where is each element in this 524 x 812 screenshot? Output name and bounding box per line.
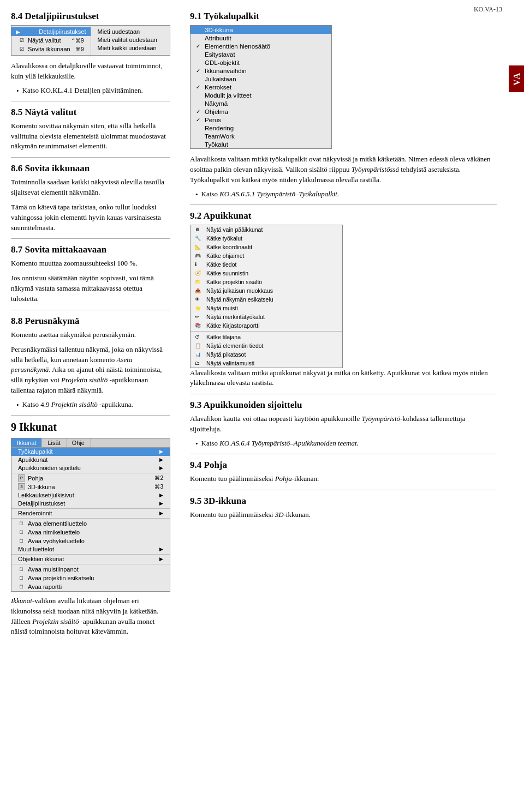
ohjaimet-label: Kätke ohjaimet [206,252,244,259]
apui-item-paaikkuna[interactable]: 🖥 Näytä vain pääikkunat [190,225,342,234]
label-työkalut: Työkalut [205,141,228,148]
wmenu-avaa-muisti[interactable]: 🗒 Avaa muistiinpanot [11,565,170,574]
wmenu-avaa-raportti[interactable]: 🗒 Avaa raportti [11,582,170,591]
esikatselu-icon: 👁 [195,296,204,303]
wmenu-renderoinnit[interactable]: Renderoinnit ▶ [11,509,170,518]
heading-8-5: 8.5 Näytä valitut [11,107,170,118]
wmenu-avaa-vyoh[interactable]: 🗒 Avaa vyöhykeluettelo [11,537,170,545]
elementin-tiedot-icon: 📋 [195,342,204,349]
tab-ohje[interactable]: Ohje [67,438,91,447]
apui-item-valintamuisti[interactable]: 🗂 Näytä valintamuisti [190,359,342,368]
apui-item-esikatselu[interactable]: 👁 Näytä näkymän esikatselu [190,295,342,304]
section-tab: VA [509,65,524,92]
tab-lisat[interactable]: Lisät [42,438,66,447]
pikatasot-icon: 📊 [195,351,204,358]
text-8-8-body2: Perusnäkymäksi tallentuu näkymä, joka on… [11,345,170,396]
palette-item-3d[interactable]: 3D-ikkuna [190,26,331,34]
julkaisu-label: Näytä julkaisun muokkaus [206,287,273,294]
text-8-6-body2: Tämä on kätevä tapa tarkistaa, onko tull… [11,202,170,233]
heading-9: 9 Ikkunat [11,421,170,434]
wmenu-pohja[interactable]: P Pohja ⌘2 [11,474,170,483]
heading-8-8: 8.8 Perusnäkymä [11,316,170,327]
apui-item-julkaisu[interactable]: 📤 Näytä julkaisun muokkaus [190,286,342,295]
menu-item-mieti[interactable]: Mieti uudestaan [91,27,170,35]
palette-item-kerrokset[interactable]: ✓ Kerrokset [190,83,331,91]
mieti-valitut-label: Mieti valitut uudestaan [98,37,157,43]
label-3d: 3D-ikkuna [205,27,233,33]
palette-item-nakymä[interactable]: Näkymä [190,99,331,107]
apui-item-kordinaatit[interactable]: 📐 Kätke koordinaatit [190,243,342,251]
divider-r3 [190,454,497,454]
menu-item-mieti-valitut[interactable]: Mieti valitut uudestaan [91,35,170,44]
menu-item-sovita[interactable]: ☑ Sovita ikkunaan ⌘9 [11,45,91,53]
apui-item-merkinta[interactable]: ✏ Näytä merkintätyökalut [190,312,342,321]
apui-item-elementin-tiedot[interactable]: 📋 Näytä elementin tiedot [190,341,342,350]
apui-item-suunnistin[interactable]: 🧭 Kätke suunnistin [190,269,342,278]
palette-item-ohjelma[interactable]: ✓ Ohjelma [190,107,331,116]
bullet-text-9-1: Katso KO.AS.6.5.1 Työympäristö–Työkalupa… [201,190,340,199]
wmenu-obj-ikkuna[interactable]: Objektien ikkunat ▶ [11,555,170,563]
apui-item-ohjaimet[interactable]: 🎮 Kätke ohjaimet [190,251,342,260]
menu-item-mieti-kaikki[interactable]: Mieti kaikki uudestaan [91,44,170,52]
palette-item-modulit[interactable]: Modulit ja viitteet [190,91,331,99]
wmenu-tyokalupalkit[interactable]: Työkalupalkit ▶ [11,448,170,456]
label-perus: Perus [205,117,221,123]
mieti-label: Mieti uudestaan [98,28,140,35]
text-8-8-body1: Komento asettaa näkymäksi perusnäkymän. [11,330,170,340]
palette-item-teamwork[interactable]: TeamWork [190,132,331,140]
divider-5 [11,415,170,416]
tab-ikkunat[interactable]: Ikkunat [11,438,42,447]
label-esitystavat: Esitystavat [205,51,235,58]
apui-item-pikatasot[interactable]: 📊 Näytä pikatasot [190,350,342,359]
palette-item-julkaistaan[interactable]: Julkaistaan [190,75,331,83]
avaa-vyoh-icon: 🗒 [18,537,25,544]
wmenu-leikkaukset[interactable]: Leikkaukset/julkisivut ▶ [11,491,170,500]
merkinta-icon: ✏ [195,314,204,320]
heading-8-6: 8.6 Sovita ikkunaan [11,163,170,174]
palette-item-hienosäätö[interactable]: ✓ Elementtien hienosäätö [190,42,331,50]
wmenu-apuikkunoiden-sijoittelu[interactable]: Apuikkunoiden sijoittelu ▶ [11,464,170,472]
apui-item-muisti[interactable]: ⭐ Näytä muisti [190,304,342,312]
wmenu-apuikkunat[interactable]: Apuikkunat ▶ [11,456,170,464]
apui-item-katke-tyokalut[interactable]: 🔧 Kätke työkalut [190,234,342,243]
pohja-shortcut: ⌘2 [154,475,163,481]
apuikkunoiden-sijoittelu-label: Apuikkunoiden sijoittelu [18,465,81,471]
bullet-dot-9-1: • [195,190,198,199]
wmenu-3d[interactable]: 3 3D-ikkuna ⌘3 [11,483,170,491]
elementin-tiedot-label: Näytä elementin tiedot [206,342,263,349]
avaa-proj-icon: 🗒 [18,574,25,581]
apui-item-tilajana[interactable]: ⏱ Kätke tilajana [190,333,342,341]
koordinaatit-label: Kätke koordinaatit [206,244,252,250]
label-ikkunanvaihdin: Ikkunanvaihdin [205,68,247,74]
palette-item-työkalut[interactable]: Työkalut [190,140,331,148]
wmenu-avaa-nimi[interactable]: 🗒 Avaa nimikeluettelo [11,528,170,537]
palette-item-attribuutit[interactable]: Attribuutit [190,34,331,42]
menu-item-nayta[interactable]: ☑ Näytä valitut ⌃⌘9 [11,36,91,45]
palette-item-rendering[interactable]: Rendering [190,124,331,132]
label-rendering: Rendering [205,125,234,131]
check-ohjelma: ✓ [196,109,203,115]
menu-screenshot-8-4: ▶ Detaljipiirustukset ☑ Näytä valitut ⌃⌘… [11,25,170,56]
palette-item-perus[interactable]: ✓ Perus [190,116,331,124]
avaa-proj-label: Avaa projektin esikatselu [28,575,94,581]
obj-ikkuna-arrow: ▶ [159,556,163,562]
apui-item-kirjasto[interactable]: 📚 Kätke Kirjastoraportti [190,321,342,330]
apui-item-projekti-sisalto[interactable]: 📁 Kätke projektin sisältö [190,278,342,286]
palette-item-gdl[interactable]: GDL-objektit [190,58,331,67]
text-8-7-body1: Komento muuttaa zoomaussuhteeksi 100 %. [11,258,170,269]
avaa-elem-icon: 🗒 [18,520,25,527]
wmenu-avaa-proj[interactable]: 🗒 Avaa projektin esikatselu [11,574,170,582]
pohja-label: Pohja [28,475,43,482]
tilajana-icon: ⏱ [195,334,204,340]
apui-item-tiedot[interactable]: ℹ Kätke tiedot [190,260,342,269]
divider-1 [11,101,170,101]
tyokalupalkit-label: Työkalupalkit [18,448,53,455]
wmenu-muut[interactable]: Muut luettelot ▶ [11,545,170,554]
wmenu-detalji[interactable]: Detaljipiirustukset ▶ [11,500,170,508]
palette-item-ikkunanvaihdin[interactable]: ✓ Ikkunanvaihdin [190,67,331,75]
palette-item-esitystavat[interactable]: Esitystavat [190,50,331,58]
wmenu-avaa-elem[interactable]: 🗒 Avaa elementtiluettelo [11,519,170,528]
pohja-icon: P [18,474,25,482]
avaa-elem-label: Avaa elementtiluettelo [28,520,87,527]
label-nakymä: Näkymä [205,100,228,107]
